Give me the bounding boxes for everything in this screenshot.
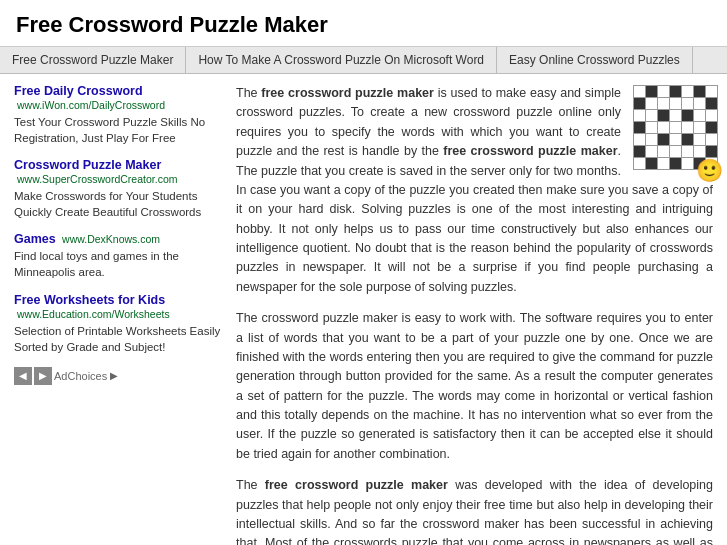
sidebar-link-desc-2: Find local toys and games in the Minneap… (14, 248, 224, 280)
cell (658, 98, 669, 109)
cell (646, 86, 657, 97)
sidebar-link-1: Crossword Puzzle Maker www.SuperCrosswor… (14, 158, 224, 220)
adchoices-icon: ▶ (110, 370, 118, 381)
cell (658, 86, 669, 97)
next-arrow-button[interactable]: ▶ (34, 367, 52, 385)
sidebar-link-url-0: www.iWon.com/DailyCrossword (17, 99, 165, 111)
sidebar-link-2: Games www.DexKnows.com Find local toys a… (14, 232, 224, 280)
sidebar-link-desc-0: Test Your Crossword Puzzle Skills No Reg… (14, 114, 224, 146)
page-title: Free Crossword Puzzle Maker (16, 12, 711, 38)
page-title-bar: Free Crossword Puzzle Maker (0, 0, 727, 47)
cell (646, 98, 657, 109)
sidebar-link-url-2: www.DexKnows.com (62, 233, 160, 245)
cell (706, 134, 717, 145)
puzzle-figure: 🙂 (633, 85, 718, 170)
cell (670, 86, 681, 97)
cell (682, 122, 693, 133)
cell (706, 122, 717, 133)
adchoices-label: AdChoices (54, 370, 107, 382)
cell (634, 110, 645, 121)
cell (694, 98, 705, 109)
cell (682, 110, 693, 121)
p3-bold1: free crossword puzzle maker (265, 478, 448, 492)
cell (646, 122, 657, 133)
right-content: 🙂 The free crossword puzzle maker is use… (236, 84, 713, 545)
p1-before: The (236, 86, 261, 100)
cell (634, 122, 645, 133)
cell (706, 110, 717, 121)
cell (646, 110, 657, 121)
p1-bold2: free crossword puzzle maker (443, 144, 617, 158)
p3-before: The (236, 478, 265, 492)
cell (682, 146, 693, 157)
cell (670, 158, 681, 169)
sidebar-nav-arrows: ◀ ▶ AdChoices ▶ (14, 367, 224, 385)
cell (658, 122, 669, 133)
cell (658, 134, 669, 145)
sidebar-link-title-1[interactable]: Crossword Puzzle Maker (14, 158, 161, 172)
sidebar-link-3: Free Worksheets for Kids www.Education.c… (14, 293, 224, 355)
sidebar-link-title-3[interactable]: Free Worksheets for Kids (14, 293, 165, 307)
cell (634, 86, 645, 97)
prev-arrow-button[interactable]: ◀ (14, 367, 32, 385)
cell (670, 110, 681, 121)
cell (658, 110, 669, 121)
sidebar-link-title-0[interactable]: Free Daily Crossword (14, 84, 143, 98)
cell (682, 98, 693, 109)
sidebar-link-title-2[interactable]: Games (14, 232, 56, 246)
cell (694, 110, 705, 121)
left-sidebar: Free Daily Crossword www.iWon.com/DailyC… (14, 84, 224, 545)
cell (670, 98, 681, 109)
adchoices: AdChoices ▶ (54, 370, 118, 382)
cell (634, 146, 645, 157)
cell (646, 146, 657, 157)
main-layout: Free Daily Crossword www.iWon.com/DailyC… (0, 74, 727, 545)
cell (694, 134, 705, 145)
nav-tab-0[interactable]: Free Crossword Puzzle Maker (0, 47, 186, 73)
cell (706, 98, 717, 109)
sidebar-link-desc-3: Selection of Printable Worksheets Easily… (14, 323, 224, 355)
cell (634, 158, 645, 169)
content-paragraph-2: The crossword puzzle maker is easy to wo… (236, 309, 713, 464)
nav-tab-1[interactable]: How To Make A Crossword Puzzle On Micros… (186, 47, 497, 73)
cell (634, 98, 645, 109)
p1-bold1: free crossword puzzle maker (261, 86, 434, 100)
sidebar-link-url-3: www.Education.com/Worksheets (17, 308, 170, 320)
sidebar-link-0: Free Daily Crossword www.iWon.com/DailyC… (14, 84, 224, 146)
cell (694, 86, 705, 97)
cell (682, 158, 693, 169)
sidebar-link-desc-1: Make Crosswords for Your Students Quickl… (14, 188, 224, 220)
puzzle-character: 🙂 (696, 154, 723, 188)
content-paragraph-1: 🙂 The free crossword puzzle maker is use… (236, 84, 713, 297)
cell (670, 146, 681, 157)
cell (646, 158, 657, 169)
cell (682, 134, 693, 145)
cell (694, 122, 705, 133)
cell (658, 146, 669, 157)
cell (658, 158, 669, 169)
nav-tab-2[interactable]: Easy Online Crossword Puzzles (497, 47, 693, 73)
cell (706, 86, 717, 97)
cell (670, 134, 681, 145)
cell (646, 134, 657, 145)
crossword-image: 🙂 (633, 84, 713, 164)
cell (634, 134, 645, 145)
cell (670, 122, 681, 133)
content-paragraph-3: The free crossword puzzle maker was deve… (236, 476, 713, 545)
nav-bar: Free Crossword Puzzle Maker How To Make … (0, 47, 727, 74)
sidebar-link-url-1: www.SuperCrosswordCreator.com (17, 173, 177, 185)
cell (682, 86, 693, 97)
